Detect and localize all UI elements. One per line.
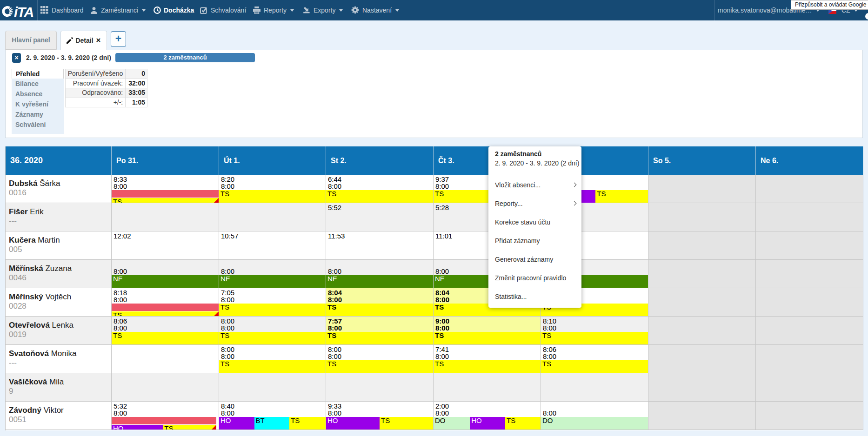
svg-text:iTA: iTA	[14, 4, 33, 20]
